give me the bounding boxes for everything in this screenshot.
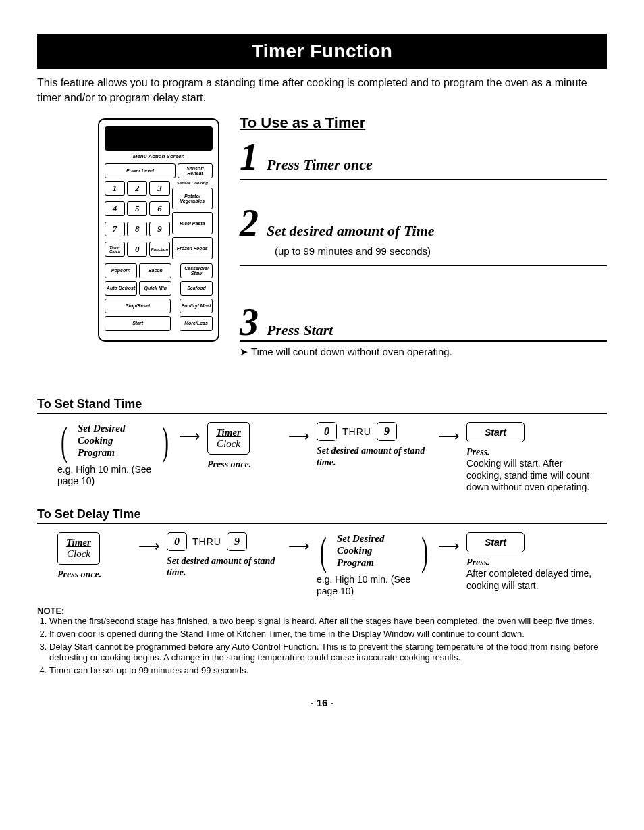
step-number: 3 — [240, 307, 259, 339]
bracket-icon: ) — [421, 537, 428, 565]
flow-step-title: Set Desired Cooking Program — [78, 422, 152, 459]
poultry-button: Poultry/ Meat — [180, 299, 213, 313]
display-screen — [105, 126, 213, 151]
thru-label: THRU — [342, 426, 371, 437]
flow-desc: Press once. — [57, 569, 101, 579]
function-button: Function — [149, 242, 169, 257]
digit-0-box: 0 — [317, 422, 337, 441]
notes-label: NOTE: — [37, 606, 607, 616]
note-item: If oven door is opened during the Stand … — [49, 629, 607, 640]
note-item: Timer can be set up to 99 minutes and 99… — [49, 665, 607, 677]
start-button: Start — [105, 316, 171, 331]
timer-clock-button: Timer Clock — [105, 242, 125, 257]
digit-9-box: 9 — [227, 532, 247, 551]
flow-step-desc: e.g. High 10 min. (See page 10) — [317, 574, 431, 598]
rice-button: Rice/ Pasta — [172, 212, 213, 234]
digit-7: 7 — [105, 222, 125, 236]
flow-desc: Press. Cooking will start. After cooking… — [466, 446, 595, 494]
arrow-icon: ⟶ — [288, 427, 310, 445]
digit-4: 4 — [105, 201, 125, 216]
stand-time-flow: ( Set Desired Cooking Program ) e.g. Hig… — [57, 422, 607, 494]
screen-label: Menu Action Screen — [105, 153, 213, 159]
step-text: Press Timer once — [267, 156, 373, 174]
flow-step-title: Set Desired Cooking Program — [337, 532, 411, 569]
digit-0-box: 0 — [167, 532, 187, 551]
notes-section: NOTE: When the first/second stage has fi… — [37, 606, 607, 677]
arrow-icon: ⟶ — [288, 538, 310, 555]
step-sub: (up to 99 minutes and 99 seconds) — [275, 245, 607, 257]
digit-9-box: 9 — [377, 422, 397, 441]
casserole-button: Casserole/ Stew — [180, 263, 213, 278]
note-item: When the first/second stage has finished… — [49, 616, 607, 627]
flow-desc: Press. After completed delayed time, coo… — [466, 556, 595, 592]
delay-time-heading: To Set Delay Time — [37, 507, 607, 524]
note-item: Delay Start cannot be programmed before … — [49, 642, 607, 665]
step-number: 2 — [240, 207, 259, 240]
keypad-diagram: Menu Action Screen Power Level Sensor/ R… — [98, 118, 219, 342]
potato-button: Potato/ Vegetables — [172, 188, 213, 210]
thru-label: THRU — [192, 536, 221, 547]
seafood-button: Seafood — [180, 281, 213, 296]
timer-clock-box: Timer Clock — [57, 532, 100, 565]
result-bullet: Time will count down without oven operat… — [240, 346, 607, 358]
page-title: Timer Function — [37, 34, 607, 69]
auto-defrost-button: Auto Defrost — [105, 281, 137, 296]
more-less-button: More/Less — [180, 316, 213, 331]
sensor-reheat-button: Sensor/ Reheat — [178, 163, 213, 178]
digit-1: 1 — [105, 181, 125, 196]
quick-min-button: Quick Min — [139, 281, 171, 296]
bracket-icon: ( — [61, 427, 68, 455]
start-box: Start — [466, 422, 525, 442]
power-level-button: Power Level — [105, 163, 176, 178]
flow-step-desc: e.g. High 10 min. (See page 10) — [57, 464, 172, 488]
bacon-button: Bacon — [139, 263, 171, 278]
digit-8: 8 — [127, 222, 147, 236]
bracket-icon: ( — [320, 537, 327, 565]
popcorn-button: Popcorn — [105, 263, 137, 278]
steps-column: To Use as a Timer 1 Press Timer once 2 S… — [240, 118, 607, 370]
step-3: 3 Press Start Time will count down witho… — [240, 307, 607, 363]
step-text: Set desired amount of Time — [267, 222, 435, 240]
frozen-button: Frozen Foods — [172, 237, 213, 259]
step-1: 1 Press Timer once — [240, 141, 607, 180]
arrow-icon: ⟶ — [438, 427, 460, 445]
digit-3: 3 — [149, 181, 169, 196]
digit-6: 6 — [149, 201, 169, 216]
use-as-timer-heading: To Use as a Timer — [240, 114, 607, 132]
sensor-cooking-label: Sensor Cooking — [172, 181, 213, 185]
digit-0: 0 — [127, 242, 147, 257]
timer-clock-box: Timer Clock — [207, 422, 250, 455]
step-2: 2 Set desired amount of Time (up to 99 m… — [240, 207, 607, 266]
delay-time-flow: Timer Clock Press once. ⟶ 0 THRU 9 Set d… — [57, 532, 607, 598]
bracket-icon: ) — [162, 427, 169, 455]
flow-desc: Set desired amount of stand time. — [317, 446, 425, 468]
arrow-icon: ⟶ — [438, 538, 460, 555]
step-number: 1 — [240, 141, 259, 174]
digit-9: 9 — [149, 222, 169, 236]
arrow-icon: ⟶ — [138, 538, 160, 555]
stand-time-heading: To Set Stand Time — [37, 397, 607, 414]
intro-text: This feature allows you to program a sta… — [37, 76, 607, 106]
flow-desc: Set desired amount of stand time. — [167, 556, 275, 578]
arrow-icon: ⟶ — [179, 427, 200, 445]
start-box: Start — [466, 532, 525, 552]
page-number: - 16 - — [37, 697, 607, 708]
stop-reset-button: Stop/Reset — [105, 299, 171, 313]
digit-2: 2 — [127, 181, 147, 196]
step-text: Press Start — [267, 321, 333, 339]
digit-5: 5 — [127, 201, 147, 216]
flow-desc: Press once. — [207, 459, 251, 469]
